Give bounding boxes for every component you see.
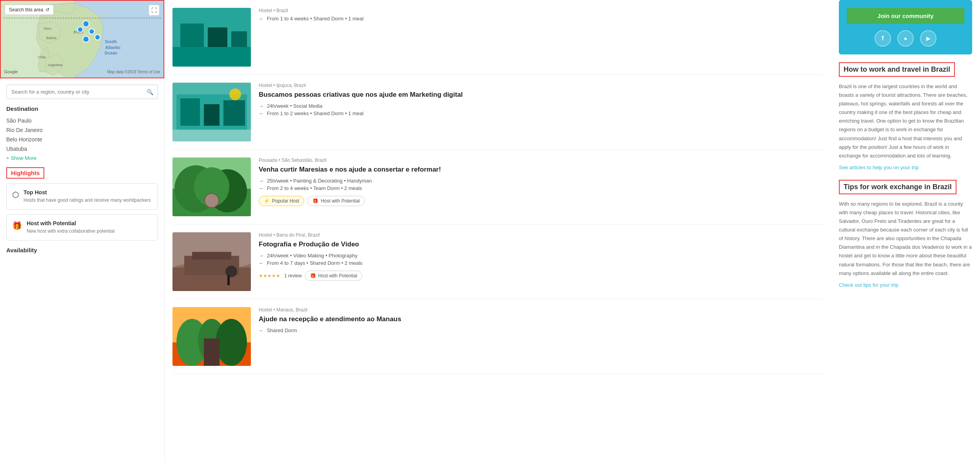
listing-item-top: Hostel • Brazil ← From 1 to 4 weeks • Sh…: [172, 0, 823, 75]
availability-section: Availability: [0, 247, 164, 264]
host-potential-label-3: Host with Potential: [318, 273, 357, 279]
svg-point-25: [229, 89, 241, 100]
svg-rect-37: [227, 275, 230, 285]
destination-link-belo[interactable]: Belo Horizonte: [6, 135, 158, 144]
search-this-area-button[interactable]: Search this area ↺: [5, 5, 54, 15]
top-host-card[interactable]: ⬡ Top Host Hosts that have good ratings …: [6, 183, 158, 210]
svg-rect-22: [204, 104, 220, 126]
search-icon: 🔍: [147, 89, 153, 95]
svg-text:Bolivia: Bolivia: [46, 36, 56, 40]
svg-rect-43: [204, 338, 220, 366]
google-logo: Google: [4, 68, 18, 74]
instagram-icon[interactable]: ●: [897, 30, 914, 47]
article-link-2[interactable]: Check out tips for your trip: [839, 282, 898, 288]
svg-rect-18: [172, 47, 251, 67]
svg-rect-23: [223, 100, 245, 126]
lightning-icon: ⚡: [264, 198, 270, 204]
map-attribution: Map data ©2019 Terms of Use: [107, 68, 160, 74]
highlights-section: Highlights ⬡ Top Host Hosts that have go…: [0, 167, 164, 241]
svg-text:Atlantic: Atlantic: [105, 45, 120, 49]
popular-host-label: Popular Host: [272, 198, 299, 204]
destination-link-sao-paulo[interactable]: São Paulo: [6, 116, 158, 125]
host-potential-tag-3[interactable]: 🎁 Host with Potential: [305, 271, 362, 281]
listing-image-2[interactable]: [172, 157, 251, 216]
svg-point-42: [216, 319, 247, 366]
svg-text:Argentina: Argentina: [48, 63, 63, 67]
listing-title-2[interactable]: Venha curtir Maresias e nos ajude a cons…: [259, 165, 823, 174]
listing-meta-1: Hostel • Ipojuca, Brazil: [259, 83, 823, 88]
community-box: Join our community f ● ▶: [839, 0, 972, 54]
listing-meta-3: Hostel • Barra do Piraí, Brazil: [259, 232, 823, 238]
join-community-button[interactable]: Join our community: [847, 8, 964, 24]
show-more-link[interactable]: + Show More: [6, 155, 36, 161]
popular-host-tag[interactable]: ⚡ Popular Host: [259, 196, 304, 206]
article-title-2[interactable]: Tips for work exchange in Brazil: [839, 180, 956, 194]
top-host-desc: Hosts that have good ratings and receive…: [24, 197, 151, 204]
review-count: 1 review: [284, 273, 302, 279]
listing-hours-2: → 25h/week • Painting & Decorating • Han…: [259, 178, 823, 184]
article-body-1: Brazil is one of the largest countries i…: [839, 82, 972, 160]
listing-item-4: Hostel • Manaus, Brazil Ajude na recepçã…: [172, 299, 823, 374]
stars-tag: ★★★★★ 1 review: [259, 271, 302, 281]
svg-rect-21: [180, 98, 200, 126]
listing-detail-duration: ← From 1 to 4 weeks • Shared Dorm • 1 me…: [259, 16, 823, 22]
listing-hours-1: → 24h/week • Social Media: [259, 103, 823, 109]
destination-link-rio[interactable]: Rio De Janeiro: [6, 125, 158, 135]
listing-stay-2: ← From 2 to 4 weeks • Team Dorm • 2 meal…: [259, 185, 823, 191]
youtube-icon[interactable]: ▶: [920, 30, 936, 47]
destination-title: Destination: [6, 105, 158, 112]
listing-title-3[interactable]: Fotografia e Produção de Vídeo: [259, 240, 823, 249]
listing-image-4[interactable]: [172, 307, 251, 366]
facebook-icon[interactable]: f: [875, 30, 891, 47]
listing-image-1[interactable]: [172, 83, 251, 141]
svg-text:Peru: Peru: [44, 27, 51, 31]
svg-text:South: South: [105, 39, 117, 44]
sidebar-search: 🔍: [0, 78, 164, 105]
listing-info-2: Pousada • São Sebastião, Brazil Venha cu…: [259, 157, 823, 206]
host-potential-desc: New host with extra collaborative potent…: [27, 228, 114, 235]
svg-rect-24: [172, 130, 251, 141]
listing-item-3: Hostel • Barra do Piraí, Brazil Fotograf…: [172, 224, 823, 299]
map-expand-button[interactable]: ⛶: [149, 5, 160, 16]
listing-item-2: Pousada • São Sebastião, Brazil Venha cu…: [172, 150, 823, 224]
listing-meta-2: Pousada • São Sebastião, Brazil: [259, 157, 823, 163]
gift-icon: 🎁: [12, 221, 22, 230]
article-section-2: Tips for work exchange in Brazil With so…: [839, 180, 972, 288]
gift-icon-3: 🎁: [310, 273, 316, 279]
svg-point-9: [89, 29, 94, 34]
listing-info-top: Hostel • Brazil ← From 1 to 4 weeks • Sh…: [259, 8, 823, 23]
listing-image-3[interactable]: [172, 232, 251, 291]
expand-icon: ⛶: [151, 7, 157, 13]
map-container[interactable]: South Atlantic Ocean Brazil Peru Bolivia…: [0, 0, 164, 78]
svg-point-36: [225, 266, 237, 277]
article-link-1[interactable]: See articles to help you on your trip: [839, 165, 919, 170]
listing-meta-top: Hostel • Brazil: [259, 8, 823, 13]
article-title-1[interactable]: How to work and travel in Brazil: [839, 62, 955, 77]
listing-title-4[interactable]: Ajude na recepção e atendimento ao Manau…: [259, 315, 823, 324]
host-potential-card[interactable]: 🎁 Host with Potential New host with extr…: [6, 214, 158, 241]
listing-stay-4: ← Shared Dorm: [259, 327, 823, 333]
listing-tags-2: ⚡ Popular Host 🎁 Host with Potential: [259, 196, 823, 206]
host-potential-title: Host with Potential: [27, 220, 114, 226]
refresh-icon: ↺: [45, 7, 49, 13]
listing-info-4: Hostel • Manaus, Brazil Ajude na recepçã…: [259, 307, 823, 335]
svg-point-11: [83, 36, 89, 42]
svg-text:Chile: Chile: [38, 55, 46, 59]
region-search-input[interactable]: [6, 85, 158, 99]
listing-item-1: Hostel • Ipojuca, Brazil Buscamos pessoa…: [172, 75, 823, 150]
listing-hours-3: → 24h/week • Video Making • Photography: [259, 253, 823, 259]
svg-point-31: [205, 194, 219, 208]
listing-info-3: Hostel • Barra do Piraí, Brazil Fotograf…: [259, 232, 823, 281]
gift-icon-2: 🎁: [312, 198, 318, 204]
availability-title: Availability: [6, 247, 158, 253]
listing-title-1[interactable]: Buscamos pessoas criativas que nos ajude…: [259, 90, 823, 99]
svg-point-10: [95, 34, 100, 40]
destination-link-ubatuba[interactable]: Ubatuba: [6, 144, 158, 154]
destination-section: Destination São Paulo Rio De Janeiro Bel…: [0, 105, 164, 167]
host-potential-label-2: Host with Potential: [321, 198, 359, 204]
search-this-area-label: Search this area: [9, 7, 43, 13]
star-icons: ★★★★★: [259, 273, 280, 279]
top-host-title: Top Host: [24, 189, 151, 195]
host-potential-tag-2[interactable]: 🎁 Host with Potential: [307, 196, 365, 206]
right-sidebar: Join our community f ● ▶ How to work and…: [831, 0, 980, 463]
